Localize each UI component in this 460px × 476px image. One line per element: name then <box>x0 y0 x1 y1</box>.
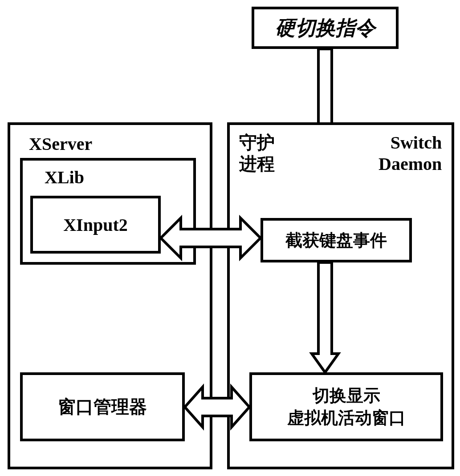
intercept-keyboard-label: 截获键盘事件 <box>285 229 387 252</box>
xlib-label: XLib <box>45 167 84 188</box>
svg-marker-4 <box>312 354 338 372</box>
arrow-bi-bottom-icon <box>185 385 249 429</box>
xserver-label: XServer <box>29 133 92 154</box>
xinput2-box: XInput2 <box>30 196 161 254</box>
svg-rect-5 <box>320 351 330 356</box>
daemon-label-en: Switch Daemon <box>379 132 442 175</box>
window-manager-box: 窗口管理器 <box>20 372 185 441</box>
switch-display-box: 切换显示 虚拟机活动窗口 <box>249 372 443 441</box>
daemon-label-cn: 守护 进程 <box>239 132 275 175</box>
diagram-root: 硬切换指令 XServer XLib XInput2 窗口管理器 守护 进程 S… <box>0 0 460 476</box>
svg-rect-3 <box>318 262 332 356</box>
arrow-bi-top-icon <box>161 216 261 260</box>
xinput2-label: XInput2 <box>63 214 128 235</box>
svg-marker-6 <box>161 218 261 258</box>
switch-display-label-1: 切换显示 <box>313 385 380 407</box>
intercept-keyboard-box: 截获键盘事件 <box>261 218 412 262</box>
hard-switch-command-box: 硬切换指令 <box>252 7 399 49</box>
hard-switch-command-label: 硬切换指令 <box>275 15 375 41</box>
switch-display-label-2: 虚拟机活动窗口 <box>287 407 406 429</box>
arrow-middle-down-icon <box>312 262 338 372</box>
window-manager-label: 窗口管理器 <box>58 395 147 419</box>
svg-marker-7 <box>185 387 249 427</box>
